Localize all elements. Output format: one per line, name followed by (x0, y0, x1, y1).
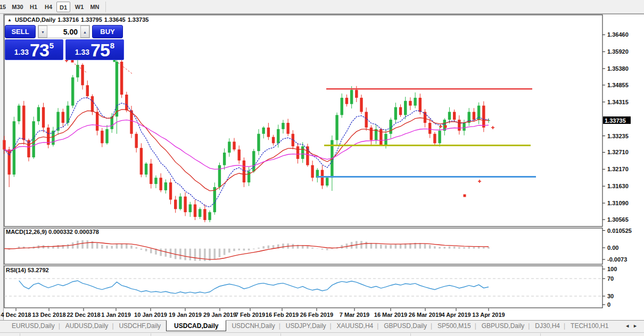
candle-down (409, 101, 411, 106)
candle-down (135, 134, 137, 148)
date-label: 10 Jan 2019 (134, 312, 167, 318)
buy-price-main: 75 (90, 40, 110, 60)
candle-down (292, 134, 294, 147)
tab-sp500-m15[interactable]: SP500,M15 (432, 321, 476, 330)
timeframe-m15-button[interactable]: 15 (0, 2, 9, 12)
price-axis-label: 1.31630 (607, 183, 629, 189)
date-label: 4 Apr 2019 (441, 312, 470, 318)
price-axis-label: 1.33235 (607, 133, 629, 139)
buy-price-pip: 8 (110, 41, 114, 50)
candle-down (267, 128, 270, 137)
candle-up (301, 146, 304, 159)
tab-gbpusd-daily-2[interactable]: GBPUSD,Daily (476, 321, 530, 330)
tab-gbpusd-daily[interactable]: GBPUSD,Daily (378, 321, 432, 330)
candle-down (174, 200, 177, 209)
candle-down (399, 107, 402, 115)
candle-down (482, 106, 485, 128)
candle-down (370, 128, 373, 140)
candle-down (311, 165, 313, 178)
price-axis[interactable]: 1.364601.359201.353801.348551.343151.332… (602, 31, 631, 223)
ohlc-open: 1.33716 (57, 16, 79, 23)
rsi-axis-label: 100 (607, 266, 617, 272)
price-axis-label: 1.32710 (607, 149, 629, 155)
candle-up (218, 165, 221, 187)
date-label: 13 Apr 2019 (472, 312, 505, 318)
ohlc-close: 1.33735 (128, 16, 149, 23)
candle-up (335, 115, 338, 140)
mt4-window: 1.364601.359201.353801.348551.343151.332… (0, 0, 644, 336)
candle-down (81, 65, 84, 85)
candle-down (62, 112, 64, 123)
candle-up (463, 123, 465, 131)
date-label: 29 Jan 2019 (203, 312, 236, 318)
candle-down (360, 98, 362, 112)
tab-usdcad-daily[interactable]: USDCAD,Daily (166, 320, 226, 331)
sell-price-panel[interactable]: 1.33 73 5 (5, 39, 63, 60)
timeframe-w1-button[interactable]: W1 (72, 2, 86, 12)
candle-up (277, 129, 279, 144)
candle-up (18, 106, 20, 121)
candle-up (164, 182, 167, 190)
candle-up (67, 106, 69, 123)
volume-decrease-icon[interactable]: ▼ (38, 26, 47, 38)
candle-up (341, 98, 343, 115)
tab-usdjpy-daily[interactable]: USDJPY,Daily (280, 321, 332, 330)
tab-xauusd-h4[interactable]: XAUUSD,H4 (332, 321, 379, 330)
candle-up (213, 187, 216, 212)
tab-eurusd-daily[interactable]: EURUSD,Daily (6, 321, 60, 330)
candle-up (448, 112, 451, 120)
tab-scroll-arrows[interactable]: ◄► (625, 323, 641, 329)
candle-up (179, 197, 181, 209)
timeframe-h4-button[interactable]: H4 (42, 2, 55, 12)
bottom-scroll-strip[interactable] (0, 332, 644, 336)
candle-down (233, 141, 235, 149)
candle-down (286, 123, 289, 134)
date-label: 7 Feb 2019 (235, 312, 265, 318)
timeframe-h1-button[interactable]: H1 (27, 2, 40, 12)
tab-usdchf-daily[interactable]: USDCHF,Daily (113, 321, 166, 330)
candle-down (238, 149, 241, 161)
collapse-triangle-icon[interactable]: ▲ (7, 18, 12, 22)
trade-marker-square-icon (71, 60, 74, 63)
candle-down (419, 98, 422, 112)
candle-up (199, 209, 201, 217)
date-label: 1 Jan 2019 (101, 312, 131, 318)
buy-price-panel[interactable]: 1.33 75 8 (65, 39, 124, 60)
sell-button[interactable]: SELL (5, 25, 36, 38)
candle-down (125, 95, 128, 110)
timeframe-m30-button[interactable]: M30 (10, 2, 26, 12)
candle-down (355, 90, 358, 98)
buy-button[interactable]: BUY (92, 25, 123, 38)
candle-up (32, 121, 35, 157)
candle-up (105, 129, 108, 144)
price-axis-label: 1.35920 (607, 48, 629, 55)
candle-down (194, 204, 196, 217)
volume-increase-icon[interactable]: ▲ (80, 26, 89, 38)
candle-down (458, 120, 460, 131)
macd-axis-label: 0.010525 (607, 228, 632, 234)
tab-tech100-h1[interactable]: TECH100,H1 (565, 321, 614, 330)
tab-usdcnh-daily[interactable]: USDCNH,Daily (226, 321, 280, 330)
volume-input[interactable] (47, 26, 80, 38)
chart-symbol: USDCAD,Daily (15, 16, 55, 23)
candle-down (96, 112, 98, 130)
trade-marker-square-icon (464, 195, 466, 197)
date-label: 16 Feb 2019 (266, 312, 299, 318)
date-label: 4 Dec 2018 (1, 312, 31, 318)
price-axis-label: 1.32170 (607, 166, 629, 172)
timeframe-mn-button[interactable]: MN (87, 2, 102, 12)
tab-dj30-h4[interactable]: DJ30,H4 (530, 321, 565, 330)
ohlc-high: 1.33795 (81, 16, 102, 23)
candle-up (384, 134, 387, 145)
indicator-axes: 0.0105250.00-0.007310070300 (602, 228, 632, 308)
date-axis[interactable]: 4 Dec 201813 Dec 201822 Dec 20181 Jan 20… (1, 308, 505, 318)
timeframe-d1-button[interactable]: D1 (56, 2, 70, 12)
candle-down (345, 98, 348, 104)
candle-down (169, 182, 172, 199)
tab-scroll-right-icon: ► (633, 323, 641, 329)
candle-up (252, 151, 255, 171)
candle-down (453, 112, 456, 120)
candle-down (296, 146, 299, 159)
tab-audusd-daily[interactable]: AUDUSD,Daily (60, 321, 114, 330)
candle-down (42, 107, 45, 128)
